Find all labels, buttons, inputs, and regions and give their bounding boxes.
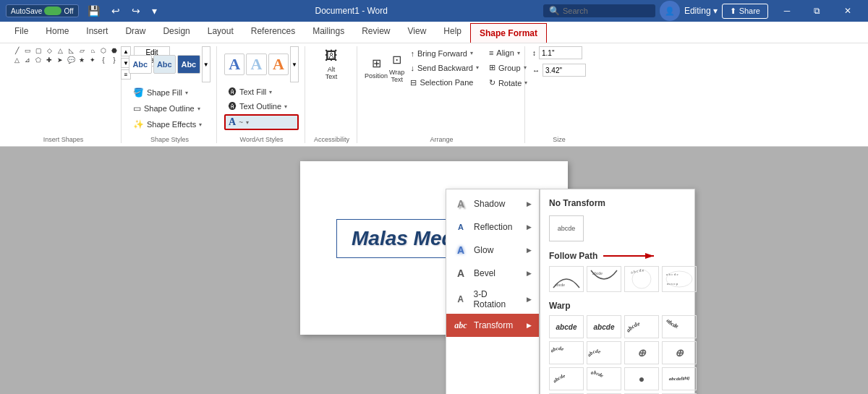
- document-title: Document1 - Word: [315, 6, 387, 16]
- reflection-menu-item[interactable]: A Reflection ▶: [446, 215, 539, 239]
- accessibility-label: Accessibility: [312, 133, 351, 143]
- share-button[interactable]: ⬆ Share: [722, 4, 768, 19]
- style-expand[interactable]: ▼: [202, 46, 210, 82]
- tab-layout[interactable]: Layout: [199, 22, 242, 43]
- wordart-style-1[interactable]: A: [224, 53, 244, 75]
- shape-rect[interactable]: ▭: [22, 46, 33, 55]
- alt-text-icon: 🖼: [325, 48, 338, 64]
- follow-path-arch-up[interactable]: abcde: [549, 266, 584, 292]
- shape-rtriangle[interactable]: ◺: [66, 46, 76, 55]
- warp-wave2[interactable]: abcde: [587, 341, 621, 364]
- follow-path-button[interactable]: a b c d e m n o p: [662, 266, 697, 292]
- bring-forward-button[interactable]: ↑ Bring Forward ▾: [406, 47, 483, 60]
- main-area: Malas Media A Shadow ▶ A Reflection ▶ A …: [0, 147, 868, 394]
- shape-arrow[interactable]: △: [12, 56, 22, 64]
- wordart-expand[interactable]: ▼: [290, 46, 299, 82]
- shape-octagon[interactable]: ⬣: [109, 46, 119, 55]
- shape-block-arrow[interactable]: ➤: [55, 56, 65, 64]
- shape-line[interactable]: ╱: [12, 46, 22, 55]
- warp-arc-up[interactable]: abcde: [662, 315, 697, 338]
- shape-star[interactable]: ★: [77, 56, 87, 64]
- shape-outline-button[interactable]: ▭ Shape Outline ▾: [129, 101, 210, 116]
- shadow-menu-item[interactable]: A Shadow ▶: [446, 192, 539, 215]
- text-outline-icon: 🅐: [229, 102, 237, 111]
- shape-fill-button[interactable]: 🪣 Shape Fill ▾: [129, 85, 210, 100]
- follow-path-circle[interactable]: a b c d e: [624, 266, 659, 292]
- text-outline-button[interactable]: 🅐 Text Outline ▾: [224, 100, 299, 113]
- tab-draw[interactable]: Draw: [116, 22, 154, 43]
- warp-stacked[interactable]: abcde fghij: [662, 367, 697, 390]
- align-button[interactable]: ≡ Align ▾: [485, 46, 532, 59]
- rotate-button[interactable]: ↻ Rotate ▾: [485, 76, 532, 90]
- warp-normal[interactable]: abcde: [549, 315, 584, 338]
- wordart-style-3[interactable]: A: [268, 53, 289, 75]
- warp-small-curved[interactable]: abcde: [549, 367, 584, 390]
- tab-home[interactable]: Home: [37, 22, 77, 43]
- tab-shape-format[interactable]: Shape Format: [470, 23, 547, 43]
- tab-references[interactable]: References: [242, 22, 304, 43]
- profile-button[interactable]: 👤: [660, 1, 680, 21]
- 3d-rotation-menu-item[interactable]: A 3-D Rotation ▶: [446, 285, 539, 314]
- shape-brace[interactable]: }: [109, 56, 119, 64]
- warp-wave1[interactable]: abcde: [549, 341, 584, 364]
- shape-trapezoid[interactable]: ⏢: [88, 46, 98, 55]
- tab-file[interactable]: File: [6, 22, 37, 43]
- shape-effects-button[interactable]: ✨ Shape Effects ▾: [129, 117, 210, 132]
- text-effects-button[interactable]: A ~ ▾: [224, 114, 299, 130]
- no-transform-option[interactable]: abcde: [549, 215, 584, 241]
- follow-path-arch-down[interactable]: abcde: [587, 266, 621, 292]
- style-swatch-1[interactable]: Abc: [129, 55, 152, 74]
- glow-menu-item[interactable]: A Glow ▶: [446, 239, 539, 262]
- warp-circle-shape2[interactable]: ⊕: [662, 341, 697, 364]
- search-input[interactable]: [563, 7, 650, 15]
- shape-parallelogram[interactable]: ▱: [77, 46, 87, 55]
- shape-pentagon[interactable]: ⬠: [33, 56, 43, 64]
- tab-insert[interactable]: Insert: [77, 22, 116, 43]
- shape-callout[interactable]: 💬: [66, 56, 76, 64]
- shape-chevron[interactable]: ⊿: [22, 56, 33, 64]
- customize-qat-button[interactable]: ▾: [149, 4, 160, 18]
- warp-circle-shape[interactable]: ⊕: [624, 341, 659, 364]
- shape-4star[interactable]: ✦: [88, 56, 98, 64]
- shape-diamond[interactable]: ◇: [44, 46, 54, 55]
- shape-triangle[interactable]: △: [55, 46, 65, 55]
- wrap-text-button[interactable]: ⊡ WrapText: [389, 50, 404, 86]
- redo-button[interactable]: ↪: [129, 4, 143, 18]
- autosave-button[interactable]: AutoSave Off: [6, 4, 79, 17]
- tab-design[interactable]: Design: [154, 22, 198, 43]
- bevel-menu-item[interactable]: A Bevel ▶: [446, 262, 539, 285]
- close-button[interactable]: ✕: [833, 0, 862, 22]
- send-backward-button[interactable]: ↓ Send Backward ▾: [406, 61, 483, 74]
- text-fill-arrow: ▾: [269, 89, 272, 95]
- wordart-style-2[interactable]: A: [246, 53, 266, 75]
- restore-button[interactable]: ⧉: [803, 0, 832, 22]
- warp-sphere[interactable]: ●: [624, 367, 659, 390]
- width-input[interactable]: [542, 64, 586, 77]
- shape-cross[interactable]: ✚: [44, 56, 54, 64]
- svg-text:abcde: abcde: [588, 348, 602, 358]
- transform-menu-item[interactable]: abc Transform ▶: [446, 314, 539, 337]
- editing-button[interactable]: Editing ▾: [684, 6, 718, 16]
- position-button[interactable]: ⊞ Position: [365, 50, 388, 86]
- tab-help[interactable]: Help: [435, 22, 470, 43]
- size-label: Size: [532, 133, 586, 143]
- style-swatch-3[interactable]: Abc: [177, 55, 200, 74]
- height-input[interactable]: [539, 46, 582, 59]
- selection-pane-button[interactable]: ⊟ Selection Pane: [406, 76, 483, 90]
- undo-button[interactable]: ↩: [109, 4, 123, 18]
- minimize-button[interactable]: ─: [773, 0, 801, 22]
- tab-mailings[interactable]: Mailings: [304, 22, 353, 43]
- style-swatch-2[interactable]: Abc: [153, 55, 176, 74]
- alt-text-button[interactable]: 🖼 AltText: [312, 46, 350, 82]
- tab-review[interactable]: Review: [353, 22, 399, 43]
- warp-italic-wave[interactable]: abcde: [587, 315, 621, 338]
- text-fill-button[interactable]: 🅐 Text Fill ▾: [224, 85, 299, 98]
- shape-rounded-rect[interactable]: ▢: [33, 46, 43, 55]
- tab-view[interactable]: View: [399, 22, 435, 43]
- save-icon-button[interactable]: 💾: [85, 4, 103, 18]
- group-button[interactable]: ⊞ Group ▾: [485, 61, 532, 74]
- shape-bracket[interactable]: {: [98, 56, 109, 64]
- warp-arc[interactable]: abcde: [624, 315, 659, 338]
- shape-hexagon[interactable]: ⬡: [98, 46, 109, 55]
- warp-curved[interactable]: abcde: [587, 367, 621, 390]
